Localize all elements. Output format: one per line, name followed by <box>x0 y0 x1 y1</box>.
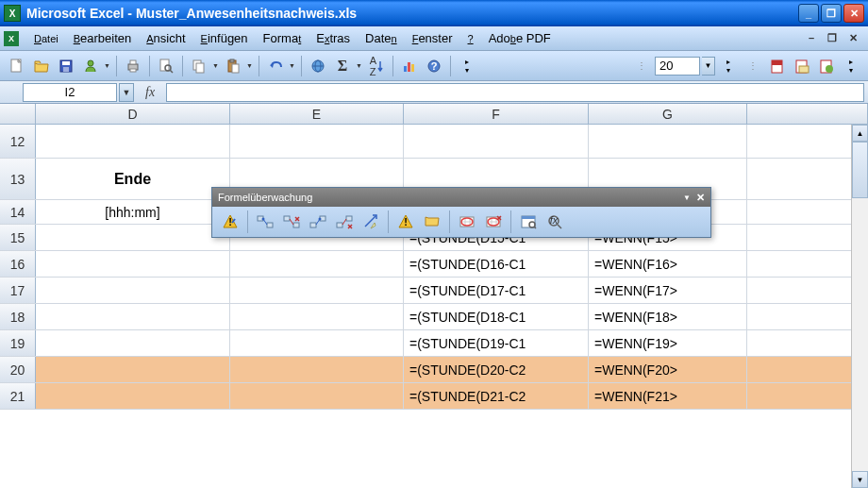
cell-F18[interactable]: =(STUNDE(D18-C1 <box>404 304 589 329</box>
vertical-scrollbar[interactable]: ▲ ▼ <box>851 125 868 488</box>
cell-F19[interactable]: =(STUNDE(D19-C1 <box>404 330 589 356</box>
cell-D19[interactable] <box>36 330 230 356</box>
mdi-close-button[interactable]: ✕ <box>845 32 860 45</box>
pdf-toolbar-options[interactable]: ▸▾ <box>840 55 862 77</box>
remove-all-arrows-button[interactable] <box>359 210 383 234</box>
trace-precedents-button[interactable] <box>253 210 277 234</box>
cell-G16[interactable]: =WENN(F16> <box>589 251 747 277</box>
clear-validation-circles-button[interactable] <box>481 210 506 234</box>
cell-rest-17[interactable] <box>747 278 868 303</box>
mdi-restore-button[interactable]: ❐ <box>825 32 840 45</box>
cell-rest-14[interactable] <box>747 200 868 224</box>
row-header-13[interactable]: 13 <box>0 159 36 199</box>
row-header-12[interactable]: 12 <box>0 125 36 158</box>
formula-input[interactable] <box>166 83 864 102</box>
col-header-F[interactable]: F <box>404 104 589 124</box>
col-header-rest[interactable] <box>747 104 868 124</box>
close-button[interactable]: ✕ <box>843 4 864 23</box>
cell-F20[interactable]: =(STUNDE(D20-C2 <box>404 357 589 382</box>
scroll-down-button[interactable]: ▼ <box>852 471 868 488</box>
cell-D15[interactable] <box>36 225 230 250</box>
undo-button[interactable] <box>264 55 287 77</box>
cell-rest-12[interactable] <box>747 125 868 158</box>
format-toolbar-options[interactable]: ▸▾ <box>717 55 740 77</box>
help-button[interactable]: ? <box>423 55 445 77</box>
cell-rest-16[interactable] <box>747 251 868 277</box>
autosum-button[interactable]: Σ <box>331 55 354 77</box>
menu-extras[interactable]: Extras <box>309 27 358 49</box>
cell-E18[interactable] <box>230 304 404 329</box>
cell-F16[interactable]: =(STUNDE(D16-C1 <box>404 251 589 277</box>
row-header-16[interactable]: 16 <box>0 251 36 277</box>
floating-toolbar-close-button[interactable]: ✕ <box>696 192 705 204</box>
paste-dropdown[interactable]: ▼ <box>246 62 254 69</box>
circle-invalid-data-button[interactable] <box>455 210 479 234</box>
floating-toolbar-options-dropdown[interactable]: ▼ <box>683 194 691 202</box>
cell-rest-15[interactable] <box>747 225 868 250</box>
cell-G12[interactable] <box>589 125 747 158</box>
cell-D18[interactable] <box>36 304 230 329</box>
evaluate-formula-button[interactable]: fx <box>542 210 567 234</box>
show-watch-window-button[interactable] <box>516 210 541 234</box>
copy-button[interactable] <box>188 55 210 77</box>
remove-dependent-arrows-button[interactable] <box>332 210 357 234</box>
permission-dropdown[interactable]: ▼ <box>104 62 111 69</box>
cell-D13[interactable]: Ende <box>36 159 230 199</box>
cell-E21[interactable] <box>230 383 404 409</box>
cell-G21[interactable]: =WENN(F21> <box>589 383 747 409</box>
minimize-button[interactable]: _ <box>798 4 819 23</box>
font-size-input[interactable]: 20 <box>655 57 700 76</box>
pdf-convert-button[interactable] <box>766 55 789 77</box>
select-all-corner[interactable] <box>0 104 36 124</box>
print-preview-button[interactable] <box>155 55 177 77</box>
new-comment-button[interactable] <box>420 210 444 234</box>
excel-doc-icon[interactable]: X <box>4 31 19 46</box>
cell-E20[interactable] <box>230 357 404 382</box>
row-header-18[interactable]: 18 <box>0 304 36 329</box>
row-header-21[interactable]: 21 <box>0 383 36 409</box>
col-header-G[interactable]: G <box>589 104 747 124</box>
cell-D16[interactable] <box>36 251 230 277</box>
cell-D14[interactable]: [hhh:mm] <box>36 200 230 224</box>
cell-D21[interactable] <box>36 383 230 409</box>
name-box-dropdown[interactable]: ▼ <box>119 83 134 102</box>
col-header-E[interactable]: E <box>230 104 404 124</box>
row-header-19[interactable]: 19 <box>0 330 36 356</box>
paste-button[interactable] <box>222 55 244 77</box>
scroll-thumb[interactable] <box>852 142 868 198</box>
cell-rest-19[interactable] <box>747 330 868 356</box>
maximize-button[interactable]: ❐ <box>821 4 842 23</box>
font-size-dropdown[interactable]: ▼ <box>702 57 715 76</box>
menu-einfuegen[interactable]: Einfügen <box>193 27 256 49</box>
cell-G18[interactable]: =WENN(F18> <box>589 304 747 329</box>
cell-rest-13[interactable] <box>747 159 868 199</box>
cell-E12[interactable] <box>230 125 404 158</box>
new-doc-button[interactable] <box>6 55 28 77</box>
permission-button[interactable] <box>79 55 102 77</box>
copy-dropdown[interactable]: ▼ <box>212 62 220 69</box>
scroll-up-button[interactable]: ▲ <box>852 125 868 142</box>
cell-F21[interactable]: =(STUNDE(D21-C2 <box>404 383 589 409</box>
print-button[interactable] <box>122 55 144 77</box>
remove-precedent-arrows-button[interactable] <box>279 210 304 234</box>
row-header-17[interactable]: 17 <box>0 278 36 303</box>
menu-bearbeiten[interactable]: Bearbeiten <box>66 27 140 49</box>
menu-datei[interactable]: Datei <box>26 27 66 49</box>
cell-G20[interactable]: =WENN(F20> <box>589 357 747 382</box>
menu-ansicht[interactable]: Ansicht <box>139 27 192 49</box>
cell-rest-21[interactable] <box>747 383 868 409</box>
chart-button[interactable] <box>398 55 421 77</box>
fx-label[interactable]: fx <box>145 85 155 100</box>
pdf-review-button[interactable] <box>815 55 838 77</box>
cell-D17[interactable] <box>36 278 230 303</box>
menu-fenster[interactable]: Fenster <box>405 27 460 49</box>
floating-toolbar-titlebar[interactable]: Formelüberwachung ▼ ✕ <box>212 188 710 207</box>
menu-daten[interactable]: Daten <box>358 27 405 49</box>
cell-rest-18[interactable] <box>747 304 868 329</box>
menu-help[interactable]: ? <box>460 27 481 49</box>
sort-asc-button[interactable]: AZ <box>365 55 388 77</box>
hyperlink-button[interactable] <box>307 55 329 77</box>
cell-F12[interactable] <box>404 125 589 158</box>
cell-E16[interactable] <box>230 251 404 277</box>
cell-D20[interactable] <box>36 357 230 382</box>
